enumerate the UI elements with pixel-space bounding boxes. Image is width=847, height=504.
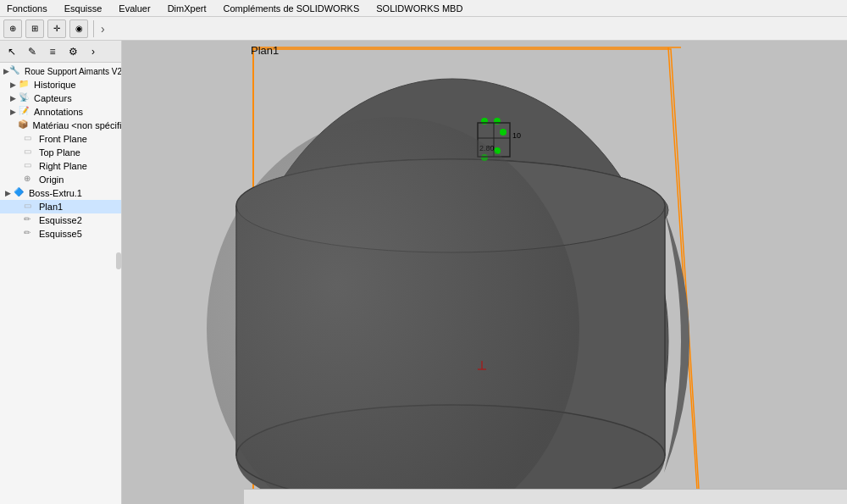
- capteurs-icon: 📡: [19, 92, 32, 104]
- materiau-icon: 📦: [18, 119, 31, 131]
- viewport-status-bar: [244, 489, 847, 504]
- historique-label: Historique: [34, 80, 76, 90]
- panel-resize-handle[interactable]: [116, 252, 121, 269]
- boss-extrude-icon: 🔷: [14, 187, 27, 199]
- tree-root-label: Roue Support Aimants V2 (Default<<Defa..…: [25, 67, 121, 76]
- feature-tree: ▶ 🔧 Roue Support Aimants V2 (Default<<De…: [0, 63, 121, 504]
- boss-extrude-arrow: ▶: [5, 189, 14, 197]
- tree-root-icon: 🔧: [9, 65, 23, 77]
- tree-item-materiau[interactable]: 📦 Matériau <non spécifié>: [0, 119, 121, 132]
- svg-point-13: [494, 118, 501, 125]
- tree-item-origin[interactable]: ⊕ Origin: [0, 173, 121, 186]
- left-panel: ↖ ✎ ≡ ⚙ › ▶ 🔧 Roue Support Aimants V2 (D…: [0, 41, 122, 504]
- menu-dimxpert[interactable]: DimXpert: [164, 2, 210, 15]
- materiau-label: Matériau <non spécifié>: [33, 120, 121, 130]
- top-plane-arrow: [15, 148, 24, 157]
- top-plane-icon: ▭: [24, 147, 37, 158]
- menu-solidworks-mbd[interactable]: SOLIDWORKS MBD: [373, 2, 466, 15]
- front-plane-icon: ▭: [24, 133, 37, 145]
- menu-esquisse[interactable]: Esquisse: [61, 2, 106, 15]
- front-plane-label: Front Plane: [39, 134, 87, 144]
- historique-icon: 📁: [19, 79, 32, 91]
- plan1-arrow: [15, 202, 24, 211]
- tree-item-plan1[interactable]: ▭ Plan1: [0, 200, 121, 213]
- esquisse5-label: Esquisse5: [39, 229, 82, 239]
- plan1-label: Plan1: [39, 202, 63, 212]
- panel-icon-pointer[interactable]: ↖: [3, 43, 20, 60]
- right-plane-icon: ▭: [24, 160, 37, 172]
- 3d-scene: 2.80 10: [122, 41, 847, 504]
- origin-icon: ⊕: [24, 174, 37, 186]
- tree-item-capteurs[interactable]: ▶ 📡 Capteurs: [0, 91, 121, 105]
- right-plane-arrow: [15, 162, 24, 170]
- esquisse2-arrow: [15, 216, 24, 224]
- svg-point-16: [500, 129, 507, 136]
- panel-icon-list[interactable]: ≡: [44, 43, 61, 60]
- annotations-label: Annotations: [34, 107, 83, 117]
- tree-item-front-plane[interactable]: ▭ Front Plane: [0, 132, 121, 146]
- esquisse5-icon: ✏: [24, 228, 37, 240]
- main-viewport[interactable]: Plan1: [122, 41, 847, 504]
- toolbar-btn-4[interactable]: ◉: [69, 19, 88, 38]
- viewport-plan-label: Plan1: [251, 44, 279, 57]
- panel-icon-more[interactable]: ›: [85, 43, 102, 60]
- tree-item-right-plane[interactable]: ▭ Right Plane: [0, 159, 121, 173]
- svg-point-12: [481, 118, 488, 125]
- capteurs-arrow: ▶: [10, 94, 19, 102]
- toolbar-btn-1[interactable]: ⊕: [3, 19, 22, 38]
- toolbar-btn-2[interactable]: ⊞: [25, 19, 44, 38]
- origin-arrow: [15, 175, 24, 184]
- tree-item-annotations[interactable]: ▶ 📝 Annotations: [0, 105, 121, 119]
- svg-text:10: 10: [512, 131, 521, 140]
- panel-icon-settings[interactable]: ⚙: [64, 43, 81, 60]
- boss-extrude-label: Boss-Extru.1: [29, 188, 82, 198]
- historique-arrow: ▶: [10, 80, 19, 89]
- toolbar-separator: [93, 20, 94, 37]
- toolbar-more[interactable]: ›: [99, 22, 107, 36]
- panel-icon-bar: ↖ ✎ ≡ ⚙ ›: [0, 41, 121, 63]
- tree-root[interactable]: ▶ 🔧 Roue Support Aimants V2 (Default<<De…: [0, 64, 121, 78]
- esquisse2-icon: ✏: [24, 214, 37, 226]
- tree-item-top-plane[interactable]: ▭ Top Plane: [0, 146, 121, 159]
- tree-item-boss-extrude[interactable]: ▶ 🔷 Boss-Extru.1: [0, 186, 121, 200]
- tree-item-esquisse2[interactable]: ✏ Esquisse2: [0, 213, 121, 227]
- right-plane-label: Right Plane: [39, 161, 87, 171]
- menu-complements[interactable]: Compléments de SOLIDWORKS: [219, 2, 363, 15]
- origin-label: Origin: [39, 174, 64, 185]
- tree-item-historique[interactable]: ▶ 📁 Historique: [0, 78, 121, 91]
- top-plane-label: Top Plane: [39, 147, 80, 158]
- tree-item-esquisse5[interactable]: ✏ Esquisse5: [0, 227, 121, 241]
- menu-fonctions[interactable]: Fonctions: [3, 2, 51, 15]
- panel-icon-edit[interactable]: ✎: [24, 43, 41, 60]
- esquisse5-arrow: [15, 230, 24, 238]
- plan1-icon: ▭: [24, 201, 37, 213]
- annotations-icon: 📝: [19, 106, 32, 118]
- capteurs-label: Capteurs: [34, 93, 72, 103]
- tree-root-arrow: ▶: [3, 67, 9, 75]
- menu-evaluer[interactable]: Evaluer: [115, 2, 153, 15]
- toolbar-btn-3[interactable]: ✛: [47, 19, 66, 38]
- main-toolbar: ⊕ ⊞ ✛ ◉ ›: [0, 17, 847, 41]
- menu-bar: Fonctions Esquisse Evaluer DimXpert Comp…: [0, 0, 847, 17]
- annotations-arrow: ▶: [10, 108, 19, 116]
- esquisse2-label: Esquisse2: [39, 215, 82, 225]
- front-plane-arrow: [15, 135, 24, 143]
